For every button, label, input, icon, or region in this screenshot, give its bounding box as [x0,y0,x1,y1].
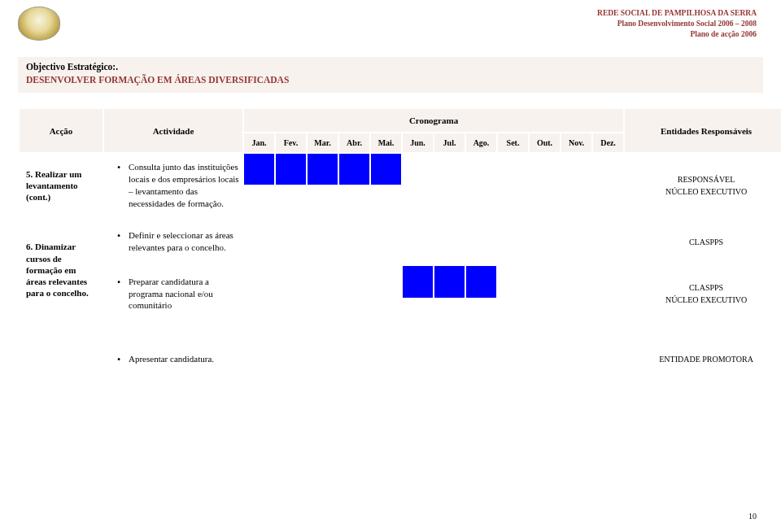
gantt-cell [308,360,338,378]
col-header-accao: Acção [20,109,103,152]
gantt-cell [530,360,560,378]
gantt-cell [276,219,306,241]
gantt-cell [530,242,560,264]
objective-title: DESENVOLVER FORMAÇÃO EM ÁREAS DIVERSIFIC… [26,75,755,85]
col-header-cronograma: Cronograma [244,109,623,132]
entidade-text: NÚCLEO EXECUTIVO [630,185,781,198]
gantt-cell [371,266,401,298]
gantt-cell [466,154,496,185]
month-out: Out. [530,133,560,152]
gantt-cell [403,339,433,358]
gantt-cell [276,266,306,298]
gantt-cell [561,219,591,241]
month-abr: Abr. [339,133,369,152]
gantt-cell [244,242,274,264]
gantt-cell [434,360,465,378]
gantt-cell [403,299,433,321]
gantt-cell [276,299,306,321]
gantt-cell [244,266,274,298]
gantt-cell [244,219,274,241]
gantt-cell [371,299,401,321]
gantt-cell [339,219,369,241]
col-header-entidades: Entidades Responsáveis [625,109,781,152]
gantt-cell [403,242,433,264]
objective-band: Objectivo Estratégico:. DESENVOLVER FORM… [18,57,763,93]
accao-5-cell: 5. Realizar um levantamento (cont.) [20,154,103,217]
gantt-cell [498,360,528,378]
plan-table: Acção Actividade Cronograma Entidades Re… [18,107,781,380]
gantt-cell [244,299,274,321]
gantt-cell [434,299,465,321]
gantt-cell [593,242,623,264]
month-set: Set. [498,133,528,152]
month-mar: Mar. [308,133,338,152]
gantt-cell [434,219,465,241]
gantt-cell [434,186,465,217]
actividade-item: Definir e seleccionar as áreas relevante… [117,229,239,254]
gantt-cell [308,266,338,298]
gantt-cell [403,219,433,241]
gantt-cell [466,242,496,264]
gantt-cell [308,154,338,185]
gantt-cell [339,242,369,264]
entidade-cell: CLASPPS NÚCLEO EXECUTIVO [625,266,781,321]
gantt-cell [308,339,338,358]
month-jan: Jan. [244,133,274,152]
gantt-cell [276,360,306,378]
plan-table-area: Acção Actividade Cronograma Entidades Re… [18,107,763,380]
gantt-cell [466,219,496,241]
entidade-text: CLASPPS [630,281,781,294]
gantt-cell [498,219,528,241]
gantt-cell [276,154,306,185]
gantt-cell [403,266,433,298]
gantt-cell [403,154,433,185]
gantt-cell [561,266,591,298]
gantt-cell [561,339,591,358]
objective-label: Objectivo Estratégico:. [26,62,755,72]
table-spacer-row [20,323,781,338]
gantt-cell [244,154,274,185]
month-ago: Ago. [466,133,496,152]
gantt-cell [530,154,560,185]
gantt-cell [244,186,274,217]
gantt-cell [244,360,274,378]
gantt-cell [371,186,401,217]
table-row: Preparar candidatura a programa nacional… [20,266,781,298]
gantt-cell [339,339,369,358]
gantt-cell [593,339,623,358]
gantt-cell [466,339,496,358]
gantt-cell [339,299,369,321]
month-jul: Jul. [434,133,465,152]
table-row: Apresentar candidatura. ENTIDADE PROMOTO… [20,339,781,358]
gantt-cell [371,219,401,241]
page-number: 10 [748,512,757,521]
gantt-cell [339,154,369,185]
gantt-cell [593,266,623,298]
gantt-cell [498,339,528,358]
header-line-2: Plano Desenvolvimento Social 2006 – 2008 [597,19,757,29]
gantt-cell [371,154,401,185]
gantt-cell [466,360,496,378]
entidade-text: CLASPPS [630,236,781,248]
entidade-cell: RESPONSÁVEL NÚCLEO EXECUTIVO [625,154,781,217]
entidade-cell: CLASPPS [625,219,781,264]
gantt-cell [561,186,591,217]
entidade-cell: ENTIDADE PROMOTORA [625,339,781,378]
gantt-cell [244,339,274,358]
entidade-text: ENTIDADE PROMOTORA [630,353,781,365]
table-row: 6. Dinamizar cursos de formação em áreas… [20,219,781,241]
month-jun: Jun. [403,133,433,152]
gantt-cell [530,186,560,217]
gantt-cell [276,186,306,217]
actividade-item: Preparar candidatura a programa nacional… [117,276,239,312]
logo-image [18,7,60,41]
month-nov: Nov. [561,133,591,152]
gantt-cell [498,242,528,264]
accao-empty-cell [20,339,103,378]
gantt-cell [498,154,528,185]
gantt-cell [466,186,496,217]
actividade-cell: Definir e seleccionar as áreas relevante… [104,219,242,264]
gantt-cell [371,242,401,264]
gantt-cell [276,339,306,358]
gantt-cell [466,299,496,321]
